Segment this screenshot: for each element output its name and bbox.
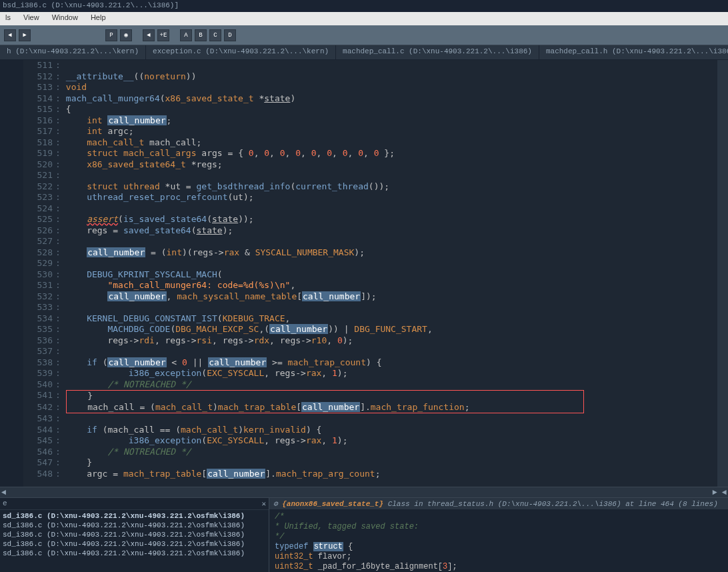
scroll-right-icon[interactable]: ► ◄ — [712, 488, 727, 497]
code-line[interactable]: 516: int call_number; — [29, 115, 717, 127]
toolbar-button[interactable]: ◄ — [4, 29, 16, 41]
toolbar-button[interactable]: ◄ — [143, 29, 155, 41]
code-line[interactable]: 520: x86_saved_state64_t *regs; — [29, 159, 717, 171]
code-line[interactable]: 527: — [29, 236, 717, 247]
code-line[interactable]: 523: uthread_reset_proc_refcount(ut); — [29, 192, 717, 203]
preview-classname: {anonx86_saved_state_t} — [282, 500, 383, 508]
bottom-panel: e ✕ sd_i386.c (D:\xnu-4903.221.2\xnu-490… — [0, 497, 728, 572]
menu-item[interactable]: ls — [0, 12, 16, 23]
code-line[interactable]: 525: assert(is_saved_state64(state)); — [29, 214, 717, 225]
toolbar-button[interactable]: ◉ — [120, 29, 132, 41]
preview-code-line: typedef struct { — [275, 542, 723, 552]
scrollbar-horizontal[interactable]: ◄ ► ◄ — [0, 487, 728, 497]
menu-item[interactable]: Window — [47, 12, 83, 23]
code-line[interactable]: 533: — [29, 302, 717, 313]
panel-header: e ✕ — [0, 498, 269, 510]
code-line[interactable]: 518: mach_call_t mach_call; — [29, 137, 717, 149]
close-icon[interactable]: ✕ — [261, 499, 266, 508]
preview-header: ⚙ {anonx86_saved_state_t} Class in threa… — [269, 498, 728, 509]
code-line[interactable]: 544: if (mach_call == (mach_call_t)kern_… — [29, 425, 717, 436]
preview-desc: Class in thread_status.h (D:\xnu-4903.22… — [388, 500, 718, 508]
scrollbar-vertical[interactable] — [717, 60, 728, 487]
symbol-list-item[interactable]: sd_i386.c (D:\xnu-4903.221.2\xnu-4903.22… — [0, 539, 269, 549]
code-line[interactable]: 545: i386_exception(EXC_SYSCALL, regs->r… — [29, 435, 717, 447]
code-line[interactable]: 522: struct uthread *ut = get_bsdthread_… — [29, 181, 717, 193]
tabs: h (D:\xnu-4903.221.2\...\kern)exception.… — [0, 45, 728, 60]
toolbar-button[interactable]: +E — [157, 29, 169, 41]
editor-tab[interactable]: machdep_call.c (D:\xnu-4903.221.2\...\i3… — [336, 45, 539, 59]
toolbar-button[interactable]: P — [105, 29, 117, 41]
editor: 511:512:__attribute__((noreturn))513:voi… — [0, 60, 728, 487]
code-line[interactable]: 519: struct mach_call_args args = { 0, 0… — [29, 148, 717, 159]
code-line[interactable]: 513:void — [29, 82, 717, 93]
symbol-list-item[interactable]: sd_i386.c (D:\xnu-4903.221.2\xnu-4903.22… — [0, 549, 269, 558]
code-line[interactable]: 540: /* NOTREACHED */ — [29, 379, 717, 391]
preview-code-line: uint32_t flavor; — [275, 552, 723, 562]
code-line[interactable]: 526: regs = saved_state64(state); — [29, 225, 717, 237]
code-line[interactable]: 546: /* NOTREACHED */ — [29, 447, 717, 458]
code-line[interactable]: 542: mach_call = (mach_call_t)mach_trap_… — [29, 402, 717, 414]
code-line[interactable]: 515:{ — [29, 104, 717, 115]
code-line[interactable]: 512:__attribute__((noreturn)) — [29, 71, 717, 83]
code-line[interactable]: 534: KERNEL_DEBUG_CONSTANT_IST(KDEBUG_TR… — [29, 313, 717, 325]
code-line[interactable]: 514:mach_call_munger64(x86_saved_state_t… — [29, 93, 717, 105]
preview-code-line: */ — [275, 532, 723, 542]
editor-tab[interactable]: exception.c (D:\xnu-4903.221.2\...\kern) — [146, 45, 336, 59]
code-line[interactable]: 528: call_number = (int)(regs->rax & SYS… — [29, 247, 717, 259]
code-line[interactable]: 531: "mach_call_munger64: code=%d(%s)\n"… — [29, 280, 717, 291]
toolbar: ◄►P◉◄+EABCD — [0, 25, 728, 45]
code-line[interactable]: 536: regs->rdi, regs->rsi, regs->rdx, re… — [29, 335, 717, 347]
menubar: ls View Window Help — [0, 12, 728, 25]
code-line[interactable]: 517: int argc; — [29, 126, 717, 137]
preview-panel: ⚙ {anonx86_saved_state_t} Class in threa… — [269, 498, 728, 572]
code-area[interactable]: 511:512:__attribute__((noreturn))513:voi… — [23, 60, 717, 487]
symbol-list-item[interactable]: sd_i386.c (D:\xnu-4903.221.2\xnu-4903.22… — [0, 511, 269, 521]
symbol-list-item[interactable]: sd_i386.c (D:\xnu-4903.221.2\xnu-4903.22… — [0, 530, 269, 539]
code-line[interactable]: 541: } — [29, 390, 717, 402]
preview-code-line: * Unified, tagged saved state: — [275, 522, 723, 532]
editor-tab[interactable]: machdep_call.h (D:\xnu-4903.221.2\...\i3… — [539, 45, 728, 59]
preview-code-line: uint32_t _pad_for_16byte_alignment[3]; — [275, 562, 723, 572]
symbol-list-panel: e ✕ sd_i386.c (D:\xnu-4903.221.2\xnu-490… — [0, 498, 269, 572]
menu-item[interactable]: Help — [85, 12, 111, 23]
code-line[interactable]: 535: MACHDBG_CODE(DBG_MACH_EXCP_SC,(call… — [29, 324, 717, 335]
preview-code: /* * Unified, tagged saved state: */type… — [269, 509, 728, 572]
code-line[interactable]: 521: — [29, 170, 717, 181]
toolbar-button[interactable]: C — [209, 29, 221, 41]
left-gutter — [0, 60, 23, 487]
menu-item[interactable]: View — [18, 12, 45, 23]
toolbar-button[interactable]: B — [195, 29, 207, 41]
code-line[interactable]: 539: i386_exception(EXC_SYSCALL, regs->r… — [29, 368, 717, 379]
scroll-left-icon[interactable]: ◄ — [1, 488, 6, 497]
toolbar-button[interactable]: D — [224, 29, 236, 41]
toolbar-button[interactable]: ► — [19, 29, 31, 41]
symbol-list-item[interactable]: sd_i386.c (D:\xnu-4903.221.2\xnu-4903.22… — [0, 521, 269, 530]
code-line[interactable]: 548: argc = mach_trap_table[call_number]… — [29, 469, 717, 480]
titlebar: bsd_i386.c (D:\xnu-4903.221.2\...\i386)] — [0, 0, 728, 12]
code-line[interactable]: 538: if (call_number < 0 || call_number … — [29, 357, 717, 369]
editor-tab[interactable]: h (D:\xnu-4903.221.2\...\kern) — [0, 45, 146, 59]
panel-title: e — [3, 499, 7, 508]
title-text: bsd_i386.c (D:\xnu-4903.221.2\...\i386)] — [3, 1, 179, 9]
code-line[interactable]: 524: — [29, 203, 717, 215]
preview-code-line: /* — [275, 512, 723, 522]
toolbar-button[interactable]: A — [180, 29, 192, 41]
gear-icon[interactable]: ⚙ — [273, 500, 278, 508]
code-line[interactable]: 530: DEBUG_KPRINT_SYSCALL_MACH( — [29, 269, 717, 281]
code-line[interactable]: 511: — [29, 60, 717, 71]
code-line[interactable]: 529: — [29, 258, 717, 269]
code-line[interactable]: 537: — [29, 346, 717, 357]
code-line[interactable]: 547: } — [29, 457, 717, 469]
code-line[interactable]: 532: call_number, mach_syscall_name_tabl… — [29, 291, 717, 303]
code-line[interactable]: 543: — [29, 413, 717, 425]
